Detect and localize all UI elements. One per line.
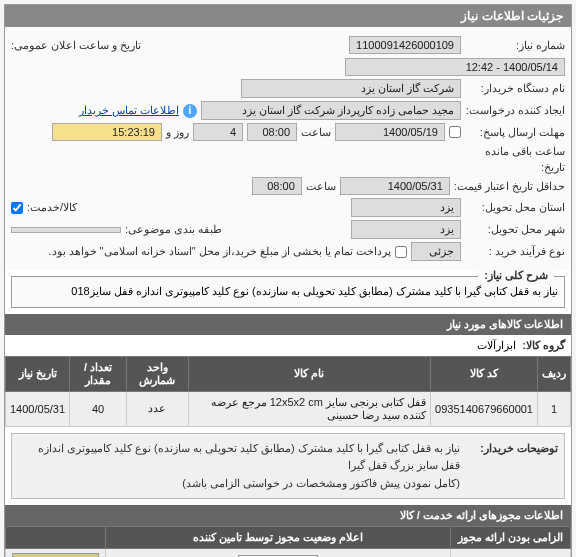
send-deadline-label: مهلت ارسال پاسخ: (465, 126, 565, 139)
item-label: کالا/خدمت: (27, 201, 77, 214)
valid-label: حداقل تاریخ اعتبار قیمت: (454, 180, 565, 193)
desc-text: نیاز به قفل کتابی گیرا با کلید مشترک (مط… (18, 283, 558, 301)
buyer-label: نام دستگاه خریدار: (465, 82, 565, 95)
send-deadline-date: 1400/05/19 (335, 123, 445, 141)
col-status: اعلام وضعیت مجوز توسط تامین کننده (106, 527, 451, 549)
auth-mandatory-cell: -- (451, 549, 571, 557)
valid-date-field: 1400/05/31 (340, 177, 450, 195)
pub-date-field: 1400/05/14 - 12:42 (345, 58, 565, 76)
pay-checkbox[interactable] (395, 246, 407, 258)
col-qty: تعداد / مقدار (70, 356, 127, 391)
need-no-field: 1100091426000109 (349, 36, 461, 54)
desc-legend: شرح کلی نیاز: (478, 269, 554, 282)
send-deadline-checkbox[interactable] (449, 126, 461, 138)
items-table: ردیف کد کالا نام کالا واحد شمارش تعداد /… (5, 356, 571, 427)
need-loc-field: یزد (351, 198, 461, 217)
cell-name: قفل کتابی برنجی سایز 12x5x2 cm مرجع عرضه… (188, 391, 430, 426)
contact-link[interactable]: اطلاعات تماس خریدار (79, 104, 179, 117)
form-area: شماره نیاز: 1100091426000109 تاریخ و ساع… (5, 27, 571, 270)
class-label: طبقه بندی موضوعی: (125, 223, 222, 236)
auth-action-cell: مشاهده مجوز (6, 549, 106, 557)
valid-time-field: 08:00 (252, 177, 302, 195)
purchase-type-label: نوع فرآیند خرید : (465, 245, 565, 258)
remain-time-field: 15:23:19 (52, 123, 162, 141)
days-label: روز و (166, 126, 189, 139)
buyer-note-line1: نیاز به قفل کتابی گیرا با کلید مشترک (مط… (18, 440, 460, 475)
panel-title: جزئیات اطلاعات نیاز (5, 5, 571, 27)
table-row[interactable]: 1 0935140679660001 قفل کتابی برنجی سایز … (6, 391, 571, 426)
auth-header: اطلاعات مجوزهای ارائه خدمت / کالا (5, 505, 571, 526)
time-label-2: ساعت (306, 180, 336, 193)
need-loc-label: استان محل تحویل: (465, 201, 565, 214)
col-code: کد کالا (431, 356, 538, 391)
cell-date: 1400/05/31 (6, 391, 70, 426)
pay-note: پرداخت تمام یا بخشی از مبلغ خرید،از محل … (48, 245, 391, 258)
cell-code: 0935140679660001 (431, 391, 538, 426)
purchase-type-field: جزئی (411, 242, 461, 261)
col-action (6, 527, 106, 549)
main-panel: جزئیات اطلاعات نیاز شماره نیاز: 11000914… (4, 4, 572, 557)
auth-status-cell: -- (106, 549, 451, 557)
info-icon: i (183, 104, 197, 118)
desc-fieldset: شرح کلی نیاز: نیاز به قفل کتابی گیرا با … (11, 276, 565, 308)
view-auth-button[interactable]: مشاهده مجوز (12, 553, 98, 557)
auth-header-row: الزامی بودن ارائه مجوز اعلام وضعیت مجوز … (6, 527, 571, 549)
days-field: 4 (193, 123, 243, 141)
city-field: یزد (351, 220, 461, 239)
buyer-note-label: توضیحات خریدار: (468, 440, 558, 493)
buyer-note-line2: (کامل نمودن پیش فاکتور ومشخصات در خواستی… (18, 475, 460, 493)
send-deadline-time: 08:00 (247, 123, 297, 141)
requester-field: مجید حمامی زاده کارپرداز شرکت گاز استان … (201, 101, 461, 120)
auth-table: الزامی بودن ارائه مجوز اعلام وضعیت مجوز … (5, 526, 571, 557)
col-unit: واحد شمارش (126, 356, 188, 391)
group-value: ابزارآلات (477, 339, 516, 352)
cell-qty: 40 (70, 391, 127, 426)
col-mandatory: الزامی بودن ارائه مجوز (451, 527, 571, 549)
col-date: تاریخ نیاز (6, 356, 70, 391)
city-label: شهر محل تحویل: (465, 223, 565, 236)
cell-unit: عدد (126, 391, 188, 426)
history-label: تاریخ: (465, 161, 565, 174)
buyer-note-box: توضیحات خریدار: نیاز به قفل کتابی گیرا ب… (11, 433, 565, 500)
col-name: نام کالا (188, 356, 430, 391)
cell-row: 1 (538, 391, 571, 426)
table-header-row: ردیف کد کالا نام کالا واحد شمارش تعداد /… (6, 356, 571, 391)
item-checkbox[interactable] (11, 202, 23, 214)
pub-date-label: تاریخ و ساعت اعلان عمومی: (11, 39, 141, 52)
remain-label: ساعت باقی مانده (485, 145, 565, 158)
group-label: گروه کالا: (522, 339, 565, 352)
auth-row: -- -- مشاهده مجوز (6, 549, 571, 557)
requester-label: ایجاد کننده درخواست: (465, 104, 565, 117)
col-row: ردیف (538, 356, 571, 391)
class-field (11, 227, 121, 233)
items-header: اطلاعات کالاهای مورد نیاز (5, 314, 571, 335)
buyer-field: شرکت گاز استان یزد (241, 79, 461, 98)
time-label-1: ساعت (301, 126, 331, 139)
need-no-label: شماره نیاز: (465, 39, 565, 52)
